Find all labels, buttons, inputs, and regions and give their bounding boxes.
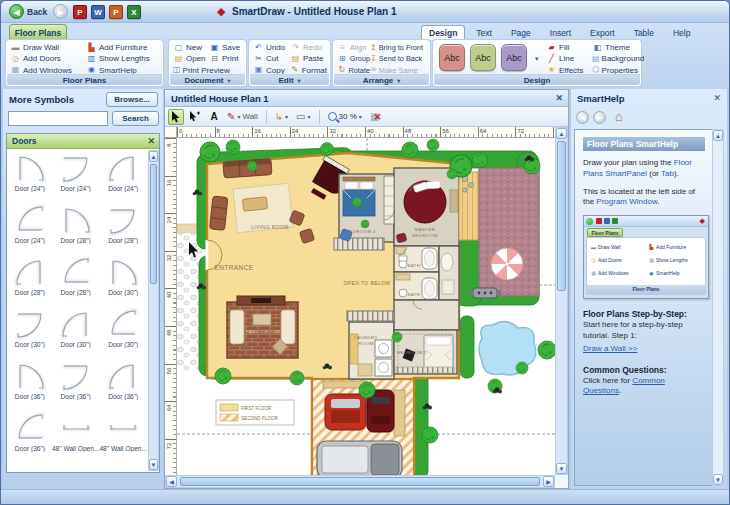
group-caption-edit[interactable]: Edit▾ (250, 74, 329, 85)
door-symbol[interactable]: Door (24") (99, 150, 147, 202)
ribbon-item[interactable]: ↥ Bring to Front (370, 42, 403, 53)
style-swatch[interactable]: Abc (470, 44, 496, 71)
laundry-label2: ROOM (358, 341, 373, 346)
wall-tool[interactable]: ✎ ▾ Wall (224, 109, 261, 125)
style-swatch[interactable]: Abc (439, 44, 465, 71)
back-button[interactable]: ◀ (9, 4, 24, 19)
ruler-number: 16 (165, 176, 176, 214)
ribbon-item[interactable]: ↧ Send to Back (370, 53, 403, 64)
ribbon-item[interactable]: ↶ Undo (253, 42, 290, 53)
connector-tool[interactable]: ↳▾ (272, 109, 291, 125)
theme-icon: ◧ (592, 43, 603, 53)
forward-button[interactable]: ▶ (53, 4, 68, 19)
stairs (347, 311, 394, 321)
ruler-number: 48 (403, 127, 441, 137)
ribbon-tab[interactable]: Export (582, 25, 623, 40)
doors-scrollbar[interactable]: ▲ ▼ (148, 150, 159, 471)
door-symbol[interactable]: Door (28") (99, 202, 147, 254)
door-symbol[interactable]: Door (30") (99, 306, 147, 358)
door-symbol[interactable]: Door (24") (8, 150, 52, 202)
shape-tool[interactable]: ▭▾ (293, 109, 313, 125)
door-symbol[interactable]: Door (30") (8, 306, 52, 358)
excel-export-icon[interactable]: X (127, 5, 141, 19)
zoom-tool[interactable]: 30 % ▾ (325, 109, 365, 125)
door-symbol[interactable]: Door (24") (52, 150, 100, 202)
ribbon-item[interactable]: ⊞ Group (337, 53, 370, 64)
ribbon-item[interactable]: ◧ Theme (592, 42, 638, 53)
ribbon-item[interactable]: ▰ Fill (546, 42, 592, 53)
swatch-dropdown-caret[interactable]: ▾ (535, 55, 539, 63)
canvas-vertical-scrollbar[interactable]: ▲ ▼ (555, 127, 568, 475)
canvas-horizontal-scrollbar[interactable]: ◀ ▶ (165, 475, 555, 488)
draw-a-wall-link[interactable]: Draw a Wall >> (583, 344, 637, 353)
close-document-icon[interactable]: ✕ (555, 90, 563, 107)
door-symbol[interactable]: Door (28") (52, 254, 100, 306)
door-glyph-icon (15, 309, 45, 339)
program-window-link[interactable]: Program Window (596, 197, 657, 206)
paste-icon: ▤ (290, 54, 301, 64)
ribbon-item[interactable]: ▙ Add Furniture (86, 42, 162, 53)
door-symbol[interactable]: Door (36") (52, 358, 100, 410)
door-symbol[interactable]: Door (30") (99, 254, 147, 306)
door-symbol[interactable]: Door (28") (52, 202, 100, 254)
powerpoint-export-icon[interactable]: P (109, 5, 123, 19)
ribbon-group-design: AbcAbcAbc ▾ ▰ Fill ╱ Line ★ Effects ◧ Th… (433, 40, 641, 86)
ribbon-item[interactable]: ✂ Cut (253, 53, 290, 64)
close-smarthelp-icon[interactable]: ✕ (713, 93, 721, 103)
ribbon-item[interactable]: ↷ Redo (290, 42, 327, 53)
door-glyph-icon (15, 361, 45, 391)
add-doors-icon: ◶ (10, 54, 21, 64)
ribbon-tab[interactable]: Text (468, 25, 500, 40)
door-symbol[interactable]: Door (28") (8, 254, 52, 306)
ribbon-item[interactable]: ≡ Align (337, 42, 370, 53)
tab-link[interactable]: Tab (661, 169, 674, 178)
floor-plans-panel-tab[interactable]: Floor Plans (9, 24, 67, 40)
door-symbol[interactable]: Door (36") (8, 410, 52, 462)
ribbon-tab[interactable]: Help (665, 25, 698, 40)
help-forward-button[interactable]: ▶ (593, 111, 606, 124)
browse-button[interactable]: Browse... (106, 92, 158, 107)
entrance-label: ENTRANCE (215, 264, 254, 271)
ribbon-tab[interactable]: Page (503, 25, 539, 40)
ribbon-item[interactable]: ▤ Background (592, 53, 638, 64)
mini-floor-plans-tab: Floor Plans (587, 228, 623, 237)
ribbon-item[interactable]: ▢ New (173, 42, 209, 53)
ribbon-tab[interactable]: Insert (542, 25, 579, 40)
ribbon-item[interactable]: ▤ Paste (290, 53, 327, 64)
symbol-search-input[interactable] (8, 111, 108, 126)
ribbon-item[interactable]: ▥ Show Lengths (86, 53, 162, 64)
select-plus-tool[interactable] (186, 109, 204, 125)
door-symbol[interactable]: Door (30") (52, 306, 100, 358)
help-scrollbar[interactable]: ▲ ▼ (712, 129, 724, 486)
door-symbol[interactable]: Door (36") (8, 358, 52, 410)
snap-grid-toggle[interactable]: ▦✕ (367, 109, 383, 125)
door-symbol[interactable]: 48" Wall Open... (99, 410, 147, 462)
ribbon-item[interactable]: ▣ Save (209, 42, 245, 53)
doors-symbol-library: Doors ✕ Door (24") (6, 133, 160, 473)
word-export-icon[interactable]: W (91, 5, 105, 19)
group-caption-arrange[interactable]: Arrange▾ (334, 74, 429, 85)
drawing-canvas[interactable]: LIVING ROOM ENTRANCE OPEN TO BELOW BEDRO… (177, 138, 555, 475)
help-home-icon[interactable]: ⌂ (615, 109, 623, 124)
door-symbol[interactable]: Door (24") (8, 202, 52, 254)
text-tool[interactable]: A (206, 109, 222, 125)
pdf-export-icon[interactable]: P (73, 5, 87, 19)
style-swatch[interactable]: Abc (501, 44, 527, 71)
ribbon-item[interactable]: ▤ Open (173, 53, 209, 64)
group-caption-document[interactable]: Document▾ (170, 74, 245, 85)
ribbon-tab[interactable]: Table (626, 25, 662, 40)
door-symbol[interactable]: Door (36") (99, 358, 147, 410)
ribbon-item[interactable]: ◶ Add Doors (10, 53, 86, 64)
help-back-button[interactable]: ◀ (576, 111, 589, 124)
show-lengths-icon: ▥ (86, 54, 97, 64)
ribbon-tab[interactable]: Design (421, 25, 465, 40)
door-glyph-icon (108, 153, 138, 183)
ribbon-item[interactable]: ╱ Line (546, 53, 592, 64)
door-symbol[interactable]: 48" Wall Open... (52, 410, 100, 462)
select-tool[interactable] (168, 109, 184, 125)
back-label[interactable]: Back (27, 7, 47, 17)
search-button[interactable]: Search (112, 111, 159, 126)
ribbon-item[interactable]: ▬ Draw Wall (10, 42, 86, 53)
close-doors-icon[interactable]: ✕ (147, 134, 155, 149)
ribbon-item[interactable]: ⊟ Print (209, 53, 245, 64)
